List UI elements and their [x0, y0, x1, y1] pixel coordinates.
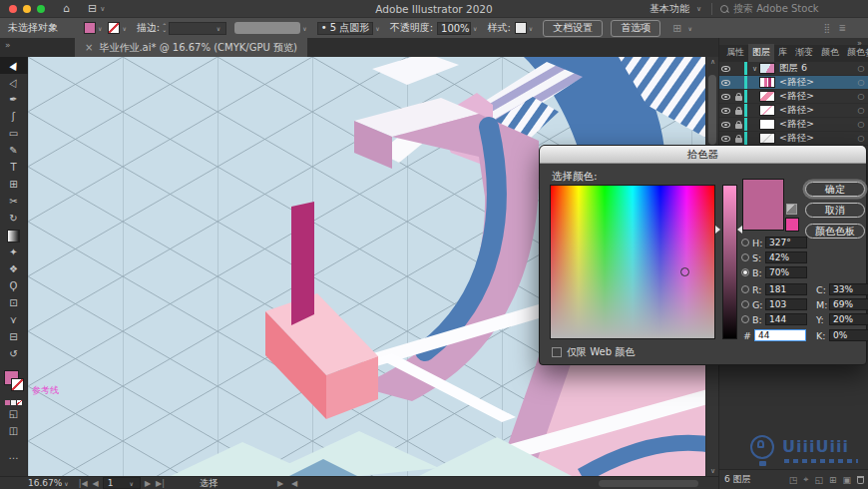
gradient-tool[interactable]: [0, 227, 28, 244]
home-icon[interactable]: ⌂: [63, 2, 70, 15]
lock-toggle[interactable]: [732, 107, 744, 115]
web-safe-swatch[interactable]: [785, 218, 799, 232]
stock-search-field[interactable]: 搜索 Adobe Stock: [712, 2, 868, 16]
dialog-title[interactable]: 拾色器: [540, 146, 866, 164]
direct-selection-tool[interactable]: ▷: [0, 74, 28, 91]
horizontal-scroll-thumb[interactable]: [599, 480, 698, 487]
visibility-toggle[interactable]: [719, 66, 732, 72]
stroke-weight-stepper[interactable]: ⌃⌄: [162, 24, 167, 32]
target-icon[interactable]: ○: [853, 64, 868, 73]
preferences-button[interactable]: 首选项: [611, 20, 660, 37]
style-swatch[interactable]: [515, 22, 527, 34]
b-value-field[interactable]: 70%: [765, 266, 807, 278]
free-transform-tool[interactable]: ⊞: [0, 176, 28, 193]
layout-chevron-icon[interactable]: ∨: [100, 5, 105, 13]
visibility-toggle[interactable]: [719, 136, 732, 142]
out-of-web-gamut-icon[interactable]: [786, 204, 797, 215]
zoom-tool[interactable]: Ϙ: [0, 277, 28, 294]
slider-arrow-left[interactable]: [715, 226, 720, 234]
tab-properties[interactable]: 属性: [722, 44, 748, 62]
eyedropper-tool[interactable]: ✦: [0, 244, 28, 260]
s-radio[interactable]: [741, 253, 749, 261]
tab-color-guide[interactable]: 颜色参: [843, 44, 868, 62]
screen-mode-button[interactable]: ◫: [0, 422, 28, 439]
document-tab[interactable]: × 毕业作业.ai* @ 16.67% (CMYK/GPU 预览): [75, 38, 307, 57]
type-tool[interactable]: T: [0, 159, 28, 176]
brush-chevron-icon[interactable]: ∨: [375, 25, 379, 32]
selection-tool[interactable]: ▶: [0, 57, 28, 74]
layer-thumbnail[interactable]: [759, 91, 775, 102]
target-icon[interactable]: ○: [853, 92, 868, 101]
layer-thumbnail[interactable]: [759, 105, 775, 116]
scroll-right-icon[interactable]: ▶: [277, 479, 283, 488]
collect-for-export-icon[interactable]: ◳: [789, 475, 798, 485]
fill-color-swatch[interactable]: [84, 22, 96, 34]
lock-toggle[interactable]: [732, 135, 744, 143]
toolbar-collapse-icon[interactable]: »: [5, 40, 11, 50]
layout-icon[interactable]: ⊟: [88, 2, 97, 15]
fill-chevron-icon[interactable]: ∨: [98, 25, 102, 32]
artboard-tool[interactable]: ⊡: [0, 294, 28, 311]
g-radio[interactable]: [741, 300, 749, 308]
vertical-scroll-thumb[interactable]: [708, 75, 716, 145]
opacity-chevron-icon[interactable]: ∨: [473, 25, 477, 32]
cancel-button[interactable]: 取消: [805, 203, 865, 218]
c-value-field[interactable]: 33%: [829, 283, 868, 295]
delete-layer-icon[interactable]: [857, 476, 864, 484]
ok-button[interactable]: 确定: [805, 182, 865, 197]
workspace-switcher[interactable]: 基本功能 ∨: [640, 2, 711, 16]
lock-toggle[interactable]: [732, 93, 744, 101]
layer-row[interactable]: <路径> ○: [719, 132, 868, 146]
draw-mode-button[interactable]: ◱: [0, 405, 28, 422]
scroll-left-icon[interactable]: ◀: [291, 479, 297, 488]
brightness-slider[interactable]: [722, 185, 737, 339]
stroke-chevron-icon[interactable]: ∨: [122, 25, 126, 32]
opacity-value[interactable]: 100%: [437, 22, 471, 35]
target-icon[interactable]: ○: [853, 106, 868, 115]
target-icon[interactable]: ○: [853, 134, 868, 143]
new-layer-icon[interactable]: ▣: [842, 475, 851, 485]
layer-name[interactable]: 图层 6: [779, 62, 853, 75]
layer-thumbnail[interactable]: [759, 133, 775, 144]
g-value-field[interactable]: 103: [765, 298, 807, 310]
layer-row[interactable]: ∨ 图层 6 ○: [719, 62, 868, 76]
layer-name[interactable]: <路径>: [779, 104, 853, 117]
lock-toggle[interactable]: [732, 121, 744, 129]
recolor-artwork-icon[interactable]: ⊞: [672, 22, 681, 35]
layer-row[interactable]: <路径> ○: [719, 90, 868, 104]
h-radio[interactable]: [741, 239, 749, 246]
layer-thumbnail[interactable]: [759, 77, 775, 88]
layer-thumbnail[interactable]: [759, 119, 775, 130]
layer-thumbnail[interactable]: [759, 63, 775, 74]
locate-object-icon[interactable]: ⌖: [803, 474, 808, 485]
brush-definition-dropdown[interactable]: • 5 点圆形: [317, 22, 374, 35]
variable-width-profile[interactable]: [234, 22, 300, 34]
web-colors-only-checkbox[interactable]: 仅限 Web 颜色: [552, 345, 635, 359]
last-artboard-icon[interactable]: ▶|: [156, 479, 165, 488]
visibility-toggle[interactable]: [719, 108, 732, 114]
target-icon[interactable]: ○: [853, 120, 868, 129]
tab-color[interactable]: 颜色: [817, 44, 843, 62]
y-value-field[interactable]: 20%: [829, 313, 868, 325]
style-chevron-icon[interactable]: ∨: [529, 25, 533, 32]
layer-name[interactable]: <路径>: [779, 118, 853, 131]
r-value-field[interactable]: 181: [765, 283, 807, 295]
rotate-view-tool[interactable]: ↺: [0, 345, 28, 362]
zoom-window-button[interactable]: [37, 5, 45, 13]
color-field-marker[interactable]: [680, 267, 689, 276]
pen-tool[interactable]: ✒: [0, 91, 28, 108]
blend-tool[interactable]: ❖: [0, 260, 28, 277]
document-list-icon[interactable]: ≣: [838, 23, 846, 33]
h-value-field[interactable]: 327°: [765, 237, 807, 248]
recolor-chevron-icon[interactable]: ∨: [687, 25, 691, 32]
clipping-mask-icon[interactable]: ◱: [814, 475, 823, 485]
color-field[interactable]: [550, 185, 715, 339]
document-setup-button[interactable]: 文档设置: [543, 20, 603, 37]
scroll-up-icon[interactable]: ∧: [706, 58, 718, 66]
slice-tool[interactable]: ⊟: [0, 328, 28, 345]
minimize-window-button[interactable]: [23, 5, 31, 13]
first-artboard-icon[interactable]: |◀: [79, 479, 88, 488]
b-radio[interactable]: [741, 268, 749, 276]
curvature-tool[interactable]: ʃ: [0, 108, 28, 125]
rectangle-tool[interactable]: ▭: [0, 125, 28, 142]
